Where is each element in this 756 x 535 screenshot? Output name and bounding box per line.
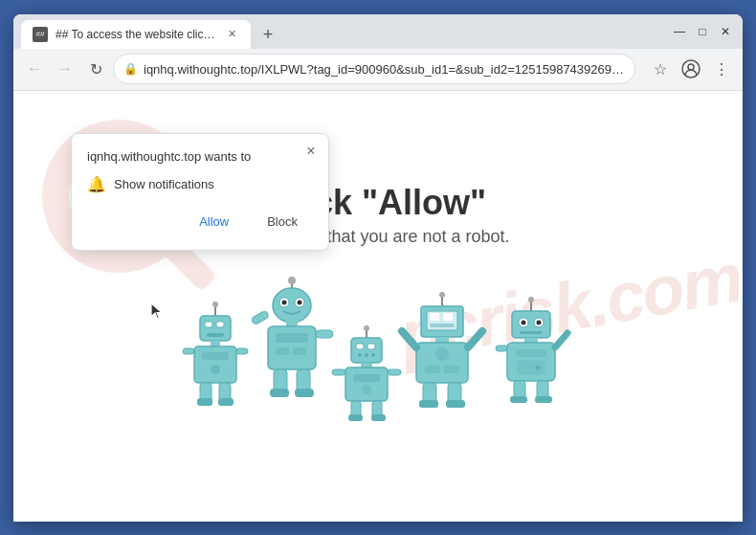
mouse-cursor [149, 301, 167, 327]
svg-rect-82 [516, 349, 546, 357]
lock-icon: 🔒 [123, 62, 138, 76]
menu-button[interactable]: ⋮ [708, 56, 735, 82]
svg-rect-48 [332, 369, 345, 375]
svg-rect-90 [535, 396, 552, 403]
svg-rect-83 [518, 361, 545, 374]
svg-rect-45 [345, 368, 388, 401]
svg-line-86 [555, 333, 567, 347]
svg-point-42 [365, 353, 368, 357]
svg-rect-13 [236, 348, 248, 354]
window-controls: — □ ✕ [670, 22, 735, 41]
svg-rect-46 [353, 374, 380, 382]
svg-rect-65 [444, 366, 459, 373]
svg-rect-79 [520, 331, 543, 334]
bookmark-button[interactable]: ☆ [647, 56, 674, 82]
svg-rect-38 [351, 338, 382, 363]
svg-point-41 [358, 353, 362, 357]
svg-point-23 [282, 301, 287, 305]
allow-button[interactable]: Allow [184, 209, 244, 234]
svg-rect-61 [435, 337, 449, 343]
svg-point-77 [522, 321, 526, 325]
svg-point-84 [536, 366, 541, 370]
svg-rect-28 [276, 347, 289, 355]
svg-point-73 [528, 297, 534, 302]
popup-close-button[interactable]: × [301, 142, 321, 161]
notification-popup: × iqnhq.withoughtc.top wants to 🔔 Show n… [71, 133, 329, 251]
maximize-button[interactable]: □ [693, 22, 712, 41]
svg-point-20 [273, 288, 311, 323]
svg-rect-29 [293, 347, 306, 355]
svg-line-67 [468, 331, 482, 347]
svg-rect-26 [268, 326, 316, 369]
svg-point-43 [371, 353, 375, 357]
svg-rect-17 [218, 398, 233, 406]
svg-point-63 [435, 347, 449, 361]
svg-rect-60 [430, 323, 455, 327]
svg-rect-16 [197, 398, 212, 406]
svg-rect-52 [348, 414, 363, 421]
svg-rect-49 [388, 369, 401, 375]
svg-point-11 [211, 365, 220, 374]
svg-rect-12 [183, 348, 194, 354]
svg-rect-59 [443, 313, 453, 321]
bell-icon: 🔔 [87, 175, 106, 193]
show-notifications-label: Show notifications [114, 177, 214, 191]
svg-line-66 [402, 331, 416, 347]
block-button[interactable]: Block [252, 209, 313, 234]
url-text: iqnhq.withoughtc.top/IXLPWL?tag_id=90096… [144, 62, 625, 77]
forward-button[interactable]: → [52, 56, 78, 82]
svg-rect-31 [316, 330, 333, 338]
svg-rect-85 [496, 346, 507, 351]
account-button[interactable] [678, 56, 704, 82]
svg-rect-7 [207, 333, 224, 337]
svg-rect-89 [510, 396, 527, 403]
active-tab[interactable]: ## ## To access the website click th... … [21, 20, 251, 49]
tab-close-button[interactable]: ✕ [224, 27, 239, 42]
minimize-button[interactable]: — [670, 22, 689, 41]
svg-rect-39 [356, 344, 364, 349]
tab-favicon: ## [33, 27, 48, 42]
popup-title: iqnhq.withoughtc.top wants to [87, 149, 313, 164]
svg-point-1 [688, 64, 694, 70]
svg-point-55 [439, 292, 445, 298]
svg-rect-6 [216, 322, 224, 327]
svg-rect-71 [446, 400, 465, 408]
svg-rect-10 [202, 352, 229, 360]
svg-rect-53 [371, 414, 386, 421]
svg-rect-35 [295, 389, 314, 397]
svg-rect-5 [205, 322, 212, 327]
svg-rect-64 [425, 366, 440, 373]
refresh-button[interactable]: ↻ [82, 56, 109, 82]
svg-rect-8 [211, 341, 220, 346]
close-button[interactable]: ✕ [716, 22, 735, 41]
tab-bar: ## ## To access the website click th... … [21, 14, 670, 49]
svg-rect-58 [430, 313, 439, 321]
title-bar: ## ## To access the website click th... … [13, 14, 743, 49]
svg-point-37 [364, 325, 369, 331]
svg-point-47 [362, 385, 371, 394]
new-tab-button[interactable]: + [255, 22, 281, 49]
page-content: pcrisk.com Click "Allow" to confirm that… [13, 91, 743, 522]
svg-rect-25 [286, 321, 298, 326]
back-button[interactable]: ← [21, 56, 48, 82]
svg-rect-4 [200, 316, 231, 341]
svg-rect-34 [270, 389, 289, 397]
popup-buttons: Allow Block [87, 209, 313, 234]
robots-illustration [177, 276, 579, 429]
address-bar: ← → ↻ 🔒 iqnhq.withoughtc.top/IXLPWL?tag_… [13, 49, 743, 91]
svg-point-3 [212, 301, 218, 307]
url-actions: ☆ ⋮ [647, 56, 735, 82]
browser-window: ## ## To access the website click th... … [13, 14, 743, 522]
svg-rect-30 [251, 310, 270, 325]
robots-svg [177, 276, 579, 429]
tab-title: ## To access the website click th... [56, 28, 216, 41]
svg-rect-40 [367, 344, 375, 349]
popup-notification-row: 🔔 Show notifications [87, 175, 313, 193]
svg-rect-27 [276, 333, 308, 343]
url-bar[interactable]: 🔒 iqnhq.withoughtc.top/IXLPWL?tag_id=900… [113, 54, 635, 84]
svg-point-19 [288, 277, 296, 284]
svg-point-24 [298, 301, 302, 305]
svg-rect-70 [419, 400, 438, 408]
svg-point-78 [537, 321, 542, 325]
